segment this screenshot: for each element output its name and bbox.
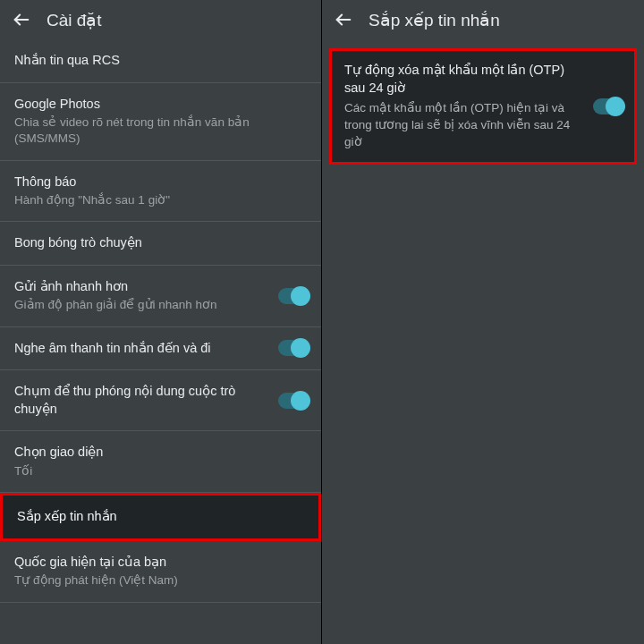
item-title: Chọn giao diện bbox=[14, 444, 307, 462]
toggle-switch[interactable] bbox=[278, 393, 309, 409]
item-subtitle: Tối bbox=[14, 463, 307, 479]
settings-item[interactable]: Google PhotosChia sẻ video rõ nét trong … bbox=[0, 83, 321, 161]
item-title: Tự động xóa mật khẩu một lần (OTP) sau 2… bbox=[344, 62, 584, 97]
settings-item[interactable]: Nghe âm thanh tin nhắn đến và đi bbox=[0, 327, 321, 371]
item-title: Chụm để thu phóng nội dung cuộc trò chuy… bbox=[14, 383, 266, 418]
settings-item[interactable]: Gửi ảnh nhanh hơnGiảm độ phân giải để gử… bbox=[0, 266, 321, 327]
settings-item[interactable]: Quốc gia hiện tại của bạnTự động phát hi… bbox=[0, 541, 321, 603]
item-subtitle: Tự động phát hiện (Việt Nam) bbox=[14, 572, 307, 589]
header-left: Cài đặt bbox=[0, 0, 321, 39]
item-title: Sắp xếp tin nhắn bbox=[17, 508, 304, 526]
page-title: Sắp xếp tin nhắn bbox=[369, 10, 500, 30]
settings-panel: Cài đặt Nhắn tin qua RCSGoogle PhotosChi… bbox=[0, 0, 322, 644]
back-icon[interactable] bbox=[9, 7, 34, 32]
item-title: Gửi ảnh nhanh hơn bbox=[14, 278, 266, 296]
item-title: Google Photos bbox=[14, 96, 307, 114]
two-panel-layout: Cài đặt Nhắn tin qua RCSGoogle PhotosChi… bbox=[0, 0, 644, 644]
toggle-switch[interactable] bbox=[278, 340, 309, 356]
organize-list: Tự động xóa mật khẩu một lần (OTP) sau 2… bbox=[322, 39, 644, 644]
item-subtitle: Hành động "Nhắc sau 1 giờ" bbox=[14, 192, 307, 208]
toggle-switch[interactable] bbox=[278, 288, 309, 304]
page-title: Cài đặt bbox=[47, 10, 102, 30]
settings-item[interactable]: Nhắn tin qua RCS bbox=[0, 39, 321, 83]
item-subtitle: Chia sẻ video rõ nét trong tin nhắn văn … bbox=[14, 114, 307, 147]
item-title: Bong bóng trò chuyện bbox=[14, 234, 307, 252]
otp-auto-delete-item[interactable]: Tự động xóa mật khẩu một lần (OTP) sau 2… bbox=[329, 48, 637, 165]
toggle-switch[interactable] bbox=[593, 98, 623, 114]
header-right: Sắp xếp tin nhắn bbox=[322, 0, 644, 39]
settings-item[interactable]: Sắp xếp tin nhắn bbox=[0, 493, 321, 541]
item-title: Thông báo bbox=[14, 174, 307, 191]
item-title: Nhắn tin qua RCS bbox=[14, 52, 307, 70]
settings-item[interactable]: Bong bóng trò chuyện bbox=[0, 222, 321, 266]
item-subtitle: Giảm độ phân giải để gửi nhanh hơn bbox=[14, 297, 266, 313]
back-icon[interactable] bbox=[331, 7, 356, 32]
item-title: Quốc gia hiện tại của bạn bbox=[14, 554, 307, 572]
settings-item[interactable]: Chụm để thu phóng nội dung cuộc trò chuy… bbox=[0, 370, 321, 431]
item-title: Nghe âm thanh tin nhắn đến và đi bbox=[14, 340, 266, 358]
settings-item[interactable]: Thông báoHành động "Nhắc sau 1 giờ" bbox=[0, 161, 321, 223]
settings-list: Nhắn tin qua RCSGoogle PhotosChia sẻ vid… bbox=[0, 39, 321, 644]
settings-item[interactable]: Chọn giao diệnTối bbox=[0, 431, 321, 493]
item-subtitle: Các mật khẩu một lần (OTP) hiện tại và t… bbox=[344, 100, 584, 151]
organize-panel: Sắp xếp tin nhắn Tự động xóa mật khẩu mộ… bbox=[322, 0, 644, 644]
